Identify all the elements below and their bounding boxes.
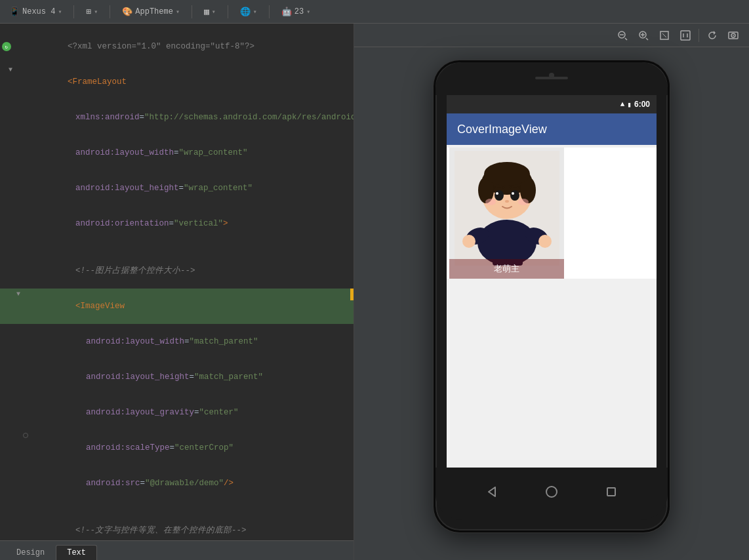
tag: <ImageView <box>75 302 125 311</box>
value: "vertical" <box>174 219 223 228</box>
app-title: CoverImageView <box>457 123 547 136</box>
svg-point-15 <box>733 35 734 36</box>
refresh-button[interactable] <box>704 28 720 43</box>
power-button <box>668 148 670 174</box>
toolbar-separator-3 <box>192 5 192 18</box>
api-icon: 🤖 <box>281 7 292 17</box>
code-text: <!--文字与控件等宽、在整个控件的底部--> <box>26 513 351 540</box>
activity-icon: ▦ <box>204 7 209 17</box>
equals: = <box>140 479 146 488</box>
theme-icon: 🎨 <box>122 7 132 17</box>
code-line: android:layout_height="match_parent" <box>0 359 354 395</box>
activity-dropdown-icon: ▾ <box>212 8 216 16</box>
theme-selector[interactable]: 🎨 AppTheme ▾ <box>118 5 184 18</box>
locale-dropdown-icon: ▾ <box>253 8 257 16</box>
bottom-tabs: Design Text <box>0 540 354 560</box>
svg-line-2 <box>625 38 627 40</box>
theme-label: AppTheme <box>135 7 173 16</box>
value: "center" <box>199 408 239 417</box>
zoom-in-button[interactable] <box>636 28 651 43</box>
code-text: <!--图片占据整个控件大小--> <box>26 253 351 289</box>
svg-point-33 <box>485 199 496 205</box>
code-text: android:scaleType="centerCrop" <box>37 430 351 466</box>
svg-rect-9 <box>681 31 690 40</box>
tab-text[interactable]: Text <box>56 545 97 560</box>
attr: android:layout_height <box>75 184 179 193</box>
svg-point-34 <box>518 199 529 205</box>
locale-selector[interactable]: 🌐 ▾ <box>236 5 261 18</box>
code-text: android:orientation="vertical"> <box>26 206 351 241</box>
attr: android:src <box>86 479 140 488</box>
code-text: android:layout_height="match_parent" <box>37 359 351 395</box>
code-line: android:src="@drawable/demo"/> <box>0 466 354 501</box>
tab-design[interactable]: Design <box>5 545 56 560</box>
code-line: android:layout_width="wrap_content" <box>0 135 354 170</box>
screenshot-button[interactable] <box>725 28 741 43</box>
api-dropdown-icon: ▾ <box>306 8 310 16</box>
close-bracket: > <box>223 219 228 228</box>
device-camera <box>549 73 554 78</box>
code-line <box>0 241 354 253</box>
attr: android:layout_width <box>86 337 184 346</box>
attr: android:layout_height <box>86 372 190 382</box>
yellow-indicator <box>350 289 354 300</box>
xml-declaration: <?xml version="1.0" encoding="utf-8"?> <box>68 42 254 51</box>
device-screen: ▲ ▮ 6:00 CoverImageView <box>447 95 657 468</box>
volume-up-button <box>434 141 435 161</box>
battery-icon: ▮ <box>627 100 632 109</box>
value: "match_parent" <box>190 337 258 346</box>
toolbar-separator-5 <box>269 5 270 18</box>
equals: = <box>169 219 174 228</box>
code-content[interactable]: ↻ <?xml version="1.0" encoding="utf-8"?>… <box>0 24 354 540</box>
cartoon-image <box>455 151 559 266</box>
fold-arrow[interactable]: ▼ <box>9 64 12 76</box>
attr: android:layout_width <box>75 148 174 157</box>
code-line: xmlns:android="http://schemas.android.co… <box>0 100 354 135</box>
line-gutter: ▼ <box>10 289 26 300</box>
svg-line-8 <box>662 33 666 37</box>
activity-selector[interactable]: ▦ ▾ <box>200 5 220 18</box>
main-content: ↻ <?xml version="1.0" encoding="utf-8"?>… <box>0 24 749 560</box>
layout-dropdown-icon: ▾ <box>94 8 98 16</box>
cover-caption-text: 老萌主 <box>494 263 519 275</box>
back-button[interactable] <box>485 485 499 503</box>
value: "wrap_content" <box>184 184 253 193</box>
layout-selector[interactable]: ⊞ ▾ <box>82 5 102 18</box>
equals: = <box>140 113 145 122</box>
value: "match_parent" <box>194 372 263 382</box>
svg-line-6 <box>646 38 648 40</box>
phone-selector[interactable]: 📱 Nexus 4 ▾ <box>5 5 66 18</box>
preview-separator <box>698 29 699 42</box>
cover-image-view: 老萌主 <box>449 148 564 279</box>
line-gutter: ▼ <box>3 64 18 76</box>
home-button[interactable] <box>544 485 559 503</box>
zoom-100-button[interactable] <box>678 28 693 43</box>
equals: = <box>170 443 175 452</box>
zoom-fit-button[interactable] <box>657 28 672 43</box>
status-bar: ▲ ▮ 6:00 <box>447 95 657 113</box>
equals: = <box>184 337 190 346</box>
code-line: android:layout_width="match_parent" <box>0 324 354 359</box>
api-selector[interactable]: 🤖 23 ▾ <box>277 5 314 18</box>
toolbar-separator-4 <box>228 5 228 18</box>
code-line: <!--图片占据整个控件大小--> <box>0 253 354 289</box>
code-line: <!--文字与控件等宽、在整个控件的底部--> <box>0 513 354 540</box>
code-text: <?xml version="1.0" encoding="utf-8"?> <box>18 29 351 64</box>
recents-button[interactable] <box>604 485 618 503</box>
preview-toolbar <box>354 24 749 47</box>
value: "wrap_content" <box>179 148 248 157</box>
attr: android:layout_gravity <box>86 408 194 417</box>
svg-marker-12 <box>714 31 716 35</box>
fold-arrow[interactable]: ▼ <box>16 289 20 300</box>
svg-point-20 <box>462 235 476 248</box>
svg-point-21 <box>538 235 552 248</box>
device-wrapper: ▲ ▮ 6:00 CoverImageView <box>434 60 670 532</box>
equals: = <box>194 408 199 417</box>
equals: = <box>179 184 184 193</box>
code-line: android:orientation="vertical"> <box>0 206 354 241</box>
code-text: android:src="@drawable/demo"/> <box>37 466 351 501</box>
attr: xmlns:android <box>75 113 140 122</box>
svg-rect-39 <box>607 488 615 496</box>
zoom-out-button[interactable] <box>615 28 630 43</box>
code-line: <?xml version="1.0" encoding="utf-8"?> <box>0 29 354 64</box>
